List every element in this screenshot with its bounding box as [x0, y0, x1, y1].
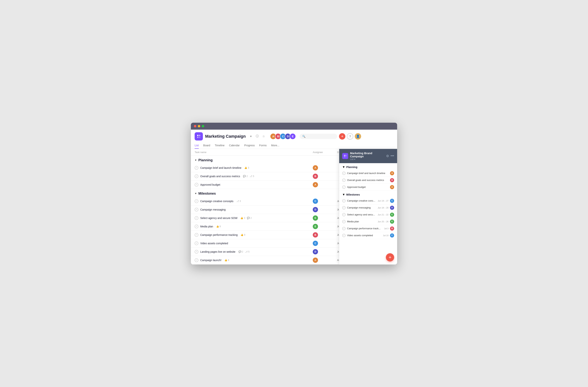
- task-check[interactable]: ✓: [195, 241, 198, 245]
- task-meta: 👍 8: [241, 233, 245, 236]
- subtask-count: ⎇ 5: [250, 175, 254, 177]
- app-header: Marketing Campaign ▾ ⓘ ☆ A B C D E 🔍 + ?…: [191, 130, 397, 149]
- side-task-date: Jun 18 – 20: [378, 207, 389, 209]
- assignee-cell: A: [313, 182, 337, 187]
- task-name-cell: ✓ Campaign creative concepts ⎇ 3: [195, 199, 313, 203]
- side-task-check: ✓: [342, 206, 346, 210]
- side-task-name: Video assets completed: [347, 234, 381, 237]
- tab-board[interactable]: Board: [203, 142, 210, 149]
- side-panel-title: Marketing Brand Campaign: [350, 152, 384, 158]
- task-check[interactable]: ✓: [195, 216, 198, 220]
- project-name: Marketing Campaign: [205, 134, 246, 139]
- help-button[interactable]: ?: [347, 133, 353, 139]
- side-task-row[interactable]: ✓ Campaign creative conc... Jun 19 – 27 …: [339, 197, 397, 204]
- planning-arrow[interactable]: ▼: [195, 159, 197, 161]
- task-check[interactable]: ✓: [195, 174, 198, 178]
- side-task-row[interactable]: ✓ Campaign performance track... Jul 3 B: [339, 225, 397, 232]
- tab-timeline[interactable]: Timeline: [215, 142, 224, 149]
- collaborator-avatars: A B C D E: [270, 133, 296, 139]
- task-name: Campaign launch!: [200, 259, 221, 262]
- nav-tabs: List Board Timeline Calendar Progress Fo…: [195, 142, 393, 149]
- tab-forms[interactable]: Forms: [259, 142, 267, 149]
- side-planning-title: Planning: [346, 166, 357, 169]
- task-name-cell: ✓ Landing pages live on website 💬 2 ⎇ 5: [195, 250, 313, 254]
- task-name: Landing pages live on website: [200, 250, 235, 253]
- tab-calendar[interactable]: Calendar: [229, 142, 240, 149]
- task-check[interactable]: ✓: [195, 166, 198, 170]
- side-task-name: Media plan: [347, 220, 376, 223]
- task-check[interactable]: ✓: [195, 183, 198, 187]
- info-icon[interactable]: ⓘ: [255, 134, 260, 139]
- maximize-dot[interactable]: [202, 125, 204, 127]
- search-bar[interactable]: 🔍: [300, 134, 337, 139]
- milestones-title: Milestones: [198, 192, 216, 195]
- side-task-row[interactable]: ✓ Media plan Jun 25 – 26 E: [339, 218, 397, 225]
- side-task-name: Select agency and secu...: [347, 213, 376, 216]
- svg-rect-4: [344, 155, 345, 156]
- like-count: 👍 8: [241, 233, 245, 236]
- task-name-cell: ✓ Select agency and secure SOW 👍 3 💬 2: [195, 216, 313, 220]
- assignee-avatar: C: [313, 241, 318, 246]
- task-name-cell: ✓ Campaign launch! 👍 8: [195, 258, 313, 262]
- side-task-avatar: B: [390, 227, 394, 231]
- milestones-arrow[interactable]: ▼: [195, 192, 197, 195]
- side-task-check: ✓: [342, 172, 346, 175]
- svg-rect-0: [197, 135, 198, 136]
- task-name: Media plan: [200, 225, 213, 228]
- like-count: 👍 8: [216, 225, 221, 228]
- side-task-check: ✓: [342, 178, 346, 182]
- comment-count: 💬 2: [238, 251, 243, 253]
- user-avatar[interactable]: 👤: [355, 133, 361, 139]
- side-panel-fab[interactable]: +: [386, 253, 394, 262]
- task-check[interactable]: ✓: [195, 250, 198, 254]
- star-icon[interactable]: ☆: [261, 134, 266, 139]
- side-task-check: ✓: [342, 227, 346, 230]
- task-check[interactable]: ✓: [195, 208, 198, 212]
- side-task-row[interactable]: ✓ Video assets completed Jul 10 C: [339, 232, 397, 239]
- side-task-avatar: E: [390, 213, 394, 217]
- side-task-row[interactable]: ✓ Campaign messaging Jun 18 – 20 D: [339, 204, 397, 211]
- side-panel-header: Marketing Brand Campaign List ▾ ⚙ •••: [339, 149, 397, 163]
- close-dot[interactable]: [194, 125, 196, 127]
- tab-more[interactable]: More...: [271, 142, 279, 149]
- like-count: 👍 3: [244, 167, 249, 169]
- filter-icon[interactable]: ⚙: [386, 154, 389, 158]
- side-task-avatar: A: [390, 171, 394, 175]
- side-milestones-arrow[interactable]: ▼: [342, 193, 345, 196]
- task-name-cell: ✓ Media plan 👍 8: [195, 225, 313, 228]
- task-check[interactable]: ✓: [195, 233, 198, 237]
- svg-rect-1: [199, 135, 200, 136]
- task-check[interactable]: ✓: [195, 199, 198, 203]
- side-section-planning: ▼ Planning: [339, 163, 397, 170]
- side-task-row[interactable]: ✓ Overall goals and success metrics B: [339, 177, 397, 184]
- task-name: Campaign brief and launch timeline: [200, 166, 241, 169]
- comment-count: 💬 2: [247, 217, 252, 219]
- side-task-row[interactable]: ✓ Approved budget A: [339, 184, 397, 191]
- side-task-check: ✓: [342, 234, 346, 237]
- assignee-cell: C: [313, 241, 337, 246]
- tab-list[interactable]: List: [195, 142, 199, 149]
- assignee-cell: A: [313, 165, 337, 171]
- svg-rect-5: [345, 155, 346, 156]
- assignee-cell: D: [313, 207, 337, 212]
- task-name: Video assets completed: [200, 242, 228, 245]
- task-check[interactable]: ✓: [195, 258, 198, 262]
- like-count: 👍 8: [224, 259, 229, 262]
- more-icon[interactable]: •••: [391, 154, 394, 158]
- assignee-cell: B: [313, 174, 337, 179]
- assignee-cell: C: [313, 198, 337, 204]
- side-planning-arrow[interactable]: ▼: [342, 165, 345, 169]
- assignee-cell: A: [313, 258, 337, 263]
- app-icon: [195, 132, 203, 140]
- minimize-dot[interactable]: [198, 125, 200, 127]
- dropdown-icon[interactable]: ▾: [248, 134, 253, 139]
- side-task-date: Jun 19 – 27: [378, 200, 389, 202]
- task-check[interactable]: ✓: [195, 225, 198, 228]
- side-section-milestones: ▼ Milestones: [339, 191, 397, 197]
- tab-progress[interactable]: Progress: [244, 142, 255, 149]
- side-task-row[interactable]: ✓ Campaign brief and launch timeline A: [339, 170, 397, 177]
- side-task-row[interactable]: ✓ Select agency and secu... Jun 21 – 22 …: [339, 211, 397, 218]
- add-button[interactable]: +: [339, 133, 345, 139]
- side-task-check: ✓: [342, 220, 346, 223]
- side-task-date: Jun 21 – 22: [378, 213, 389, 216]
